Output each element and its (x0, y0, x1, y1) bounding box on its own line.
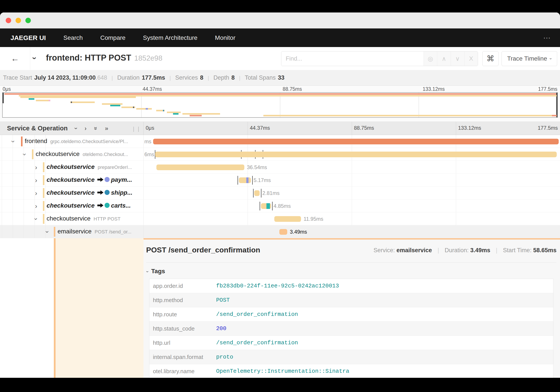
tag-row[interactable]: internal.span.formatproto (150, 350, 553, 364)
span-row-checkoutservice[interactable]: ›checkoutservicecarts...4.85ms (0, 200, 560, 212)
find-clear-button[interactable]: X (464, 51, 478, 66)
span-bar[interactable] (274, 216, 301, 222)
jaeger-logo[interactable]: JAEGER UI (10, 34, 46, 41)
span-bar[interactable] (261, 203, 271, 209)
close-icon: X (469, 55, 473, 62)
tag-row[interactable]: otel.library.nameOpenTelemetry::Instrume… (150, 364, 553, 378)
tag-key: http.status_code (150, 325, 216, 332)
find-prev-button[interactable]: ∧ (437, 51, 451, 66)
span-row-frontend[interactable]: ›frontendgrpc.oteldemo.CheckoutService/P… (0, 135, 560, 148)
span-timeline-cell[interactable]: 11.95ms (143, 212, 560, 225)
minimap-span-bar (49, 100, 50, 101)
nav-item-monitor[interactable]: Monitor (215, 34, 235, 41)
tag-row[interactable]: http.methodPOST (150, 293, 553, 307)
collapse-row-chevron-icon[interactable]: › (10, 141, 17, 143)
service-name-text: checkoutservice (47, 163, 94, 170)
tags-section-toggle[interactable]: ›Tags (147, 268, 560, 275)
tag-row[interactable]: http.route/send_order_confirmation (150, 307, 553, 322)
find-next-button[interactable]: ∨ (451, 51, 464, 66)
service-name-text: checkoutservice (47, 215, 90, 222)
expand-row-chevron-icon[interactable]: › (35, 177, 37, 184)
close-window-button[interactable] (6, 18, 11, 23)
span-row-checkoutservice[interactable]: ›checkoutserviceoteldemo.Checkout...6ms (0, 148, 560, 161)
collapse-all-icon[interactable]: » (92, 127, 99, 130)
span-bar[interactable] (156, 164, 244, 170)
find-group: ◎ ∧ ∨ X (281, 51, 478, 66)
span-timeline-cell[interactable]: 3.49ms (143, 225, 560, 238)
zoom-window-button[interactable] (25, 18, 31, 23)
find-focus-button[interactable]: ◎ (423, 51, 437, 66)
span-timeline-cell[interactable]: 36.54ms (143, 161, 560, 173)
nav-item-system-architecture[interactable]: System Architecture (143, 34, 198, 41)
span-bar[interactable] (254, 190, 260, 196)
macos-titlebar (0, 12, 560, 29)
span-timeline-cell[interactable]: 2.81ms (143, 187, 560, 199)
minimap-gridline (141, 93, 141, 117)
span-name-cell[interactable]: ›checkoutservicecarts... (0, 200, 143, 212)
span-bar[interactable] (239, 177, 251, 183)
keyboard-shortcuts-button[interactable]: ⌘ (482, 51, 499, 66)
collapse-row-chevron-icon[interactable]: › (44, 231, 51, 233)
trace-view-select[interactable]: Trace Timeline › (502, 51, 557, 66)
span-bar[interactable] (153, 139, 559, 144)
minimap-span-bar (163, 110, 164, 111)
arrow-right-icon (97, 177, 104, 182)
span-name-cell[interactable]: ›checkoutserviceoteldemo.Checkout... (0, 148, 143, 161)
span-timeline-cell[interactable]: 4.85ms (143, 200, 560, 212)
span-row-emailservice[interactable]: ›emailservicePOST /send_or...3.49ms (0, 225, 560, 238)
divider: | (239, 75, 240, 81)
span-bar[interactable] (279, 229, 287, 235)
span-name-cell[interactable]: ›checkoutservicepaym... (0, 174, 143, 186)
collapse-row-chevron-icon[interactable]: › (21, 153, 29, 156)
span-timeline-cell[interactable]: 6ms (143, 148, 560, 161)
minimap-canvas[interactable] (2, 92, 558, 118)
span-service-name: checkoutservicecarts... (47, 202, 131, 209)
summary-value: 33 (278, 74, 284, 81)
collapse-row-chevron-icon[interactable]: › (32, 218, 40, 220)
span-name-cell[interactable]: ›checkoutserviceHTTP POST (0, 212, 143, 225)
nav-items: SearchCompareSystem ArchitectureMonitor (46, 34, 235, 41)
tag-row[interactable]: app.order.idfb283db0-224f-11ee-92c5-0242… (150, 279, 553, 293)
span-name-cell[interactable]: ›checkoutserviceshipp... (0, 187, 143, 199)
collapse-trace-chevron-icon[interactable]: › (30, 57, 39, 60)
back-button[interactable]: ← (0, 47, 30, 70)
span-bar[interactable] (155, 151, 557, 157)
minimize-window-button[interactable] (16, 18, 21, 23)
expand-row-chevron-icon[interactable]: › (35, 202, 37, 210)
minimap-span-bar (173, 113, 179, 115)
expand-row-chevron-icon[interactable]: › (35, 190, 37, 197)
column-resizer-handle[interactable]: ❘❘ (131, 126, 141, 132)
expand-one-icon[interactable]: › (85, 125, 87, 132)
span-row-checkoutservice[interactable]: ›checkoutservicepaym...5.17ms (0, 174, 560, 187)
chevron-down-icon: › (145, 271, 150, 272)
span-timeline-cell[interactable]: ms (143, 135, 560, 148)
summary-value: 8 (200, 74, 203, 81)
summary-value: 8 (231, 74, 235, 81)
span-name-cell[interactable]: ›emailservicePOST /send_or... (0, 225, 143, 238)
span-timeline-cell[interactable]: 5.17ms (143, 174, 560, 186)
span-row-checkoutservice[interactable]: ›checkoutserviceHTTP POST11.95ms (0, 212, 560, 225)
tag-key: http.url (150, 340, 216, 346)
find-input[interactable] (281, 51, 423, 66)
summary-label: Duration (117, 74, 140, 81)
minimap-span-bar (102, 103, 122, 105)
span-color-chip (43, 188, 44, 198)
service-name-text: frontend (25, 138, 47, 144)
expand-row-chevron-icon[interactable]: › (35, 164, 37, 171)
span-name-cell[interactable]: ›checkoutserviceprepareOrderI... (0, 161, 143, 173)
overflow-menu-icon[interactable]: ⋯ (543, 33, 551, 42)
span-name-cell[interactable]: ›frontendgrpc.oteldemo.CheckoutService/P… (0, 135, 143, 148)
collapse-one-icon[interactable]: › (73, 127, 80, 129)
span-event-tick (272, 202, 273, 211)
span-row-checkoutservice[interactable]: ›checkoutserviceshipp...2.81ms (0, 187, 560, 200)
summary-value: July 14 2023, 11:09:00 (34, 74, 96, 81)
minimap-left-scrubber[interactable] (3, 93, 4, 103)
span-row-checkoutservice[interactable]: ›checkoutserviceprepareOrderI...36.54ms (0, 161, 560, 174)
nav-item-compare[interactable]: Compare (100, 34, 125, 41)
minimap-right-scrubber[interactable] (556, 93, 557, 117)
tag-row[interactable]: http.url/send_order_confirmation (150, 336, 553, 350)
nav-item-search[interactable]: Search (63, 34, 83, 41)
tag-row[interactable]: http.status_code200 (150, 322, 553, 336)
expand-all-icon[interactable]: » (105, 125, 108, 132)
service-name-text: emailservice (58, 228, 92, 235)
